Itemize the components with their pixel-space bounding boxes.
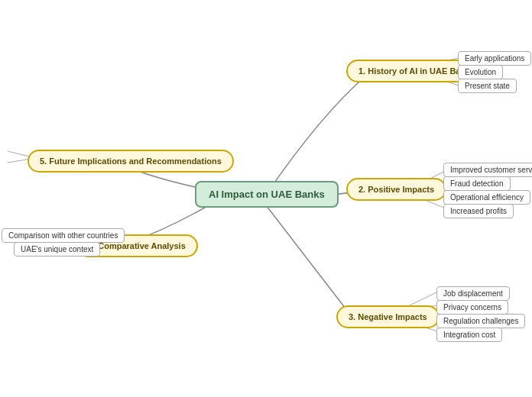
leaf-job-displacement: Job displacement: [436, 286, 510, 301]
leaf-fraud-detection: Fraud detection: [443, 176, 511, 191]
leaf-present-state: Present state: [458, 79, 517, 93]
leaf-early-applications: Early applications: [458, 51, 531, 66]
leaf-evolution: Evolution: [458, 65, 503, 79]
leaf-comparison-countries: Comparison with other countries: [2, 228, 125, 243]
leaf-increased-profits: Increased profits: [443, 204, 514, 218]
leaf-uae-context: UAE's unique context: [14, 242, 100, 257]
leaf-customer-service: Improved customer service: [443, 163, 532, 177]
leaf-privacy-concerns: Privacy concerns: [436, 300, 508, 315]
branch-negative: 3. Negative Impacts: [336, 305, 440, 328]
leaf-integration-cost: Integration cost: [436, 328, 502, 342]
branch-positive: 2. Positive Impacts: [346, 178, 446, 201]
branch-future: 5. Future Implications and Recommendatio…: [28, 150, 234, 173]
leaf-operational-efficiency: Operational efficiency: [443, 190, 530, 205]
central-node: AI Impact on UAE Banks: [195, 181, 339, 208]
leaf-regulation-challenges: Regulation challenges: [436, 314, 525, 328]
